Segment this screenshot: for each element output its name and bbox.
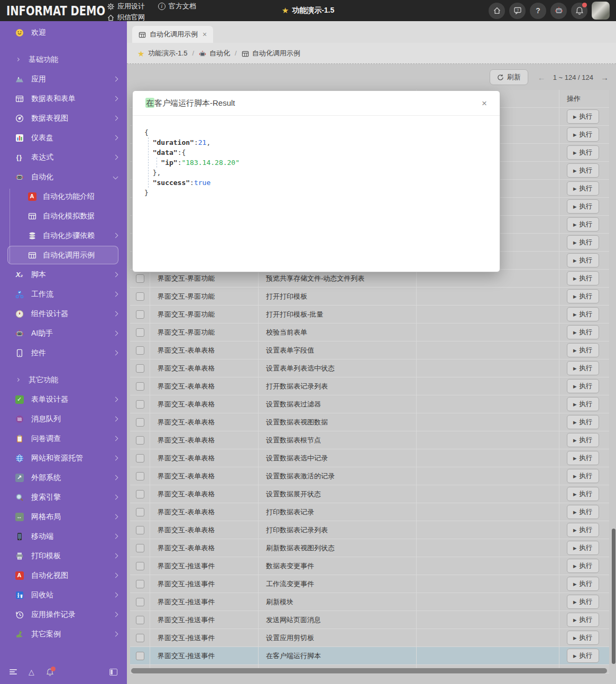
sidebar-item-16[interactable]: 控件: [0, 343, 127, 363]
tab-automation-examples[interactable]: 自动化调用示例 ×: [132, 26, 213, 43]
sidebar-item-7[interactable]: 自动化: [0, 167, 127, 187]
sidebar-item-6[interactable]: {}表达式: [0, 147, 127, 167]
chevron-right-icon: [113, 77, 118, 82]
sidebar-item-12[interactable]: X₂脚本: [0, 265, 127, 284]
tab-close-icon[interactable]: ×: [203, 30, 207, 39]
sidebar-item-0[interactable]: 欢迎: [0, 23, 127, 42]
sidebar-item-4[interactable]: 数据表视图: [0, 108, 127, 128]
json-line: "duration":21,: [144, 137, 488, 147]
sidebar-item-2[interactable]: 应用: [0, 69, 127, 89]
chevron-right-icon: [113, 116, 118, 121]
sidebar-item-10[interactable]: 自动化步骤依赖: [0, 226, 127, 245]
chevron-right-icon: [113, 135, 118, 141]
sidebar-item-14[interactable]: 组件设计器: [0, 304, 127, 323]
sidebar-item-11[interactable]: 自动化调用示例: [0, 245, 127, 265]
sidebar-item-9[interactable]: 自动化模拟数据: [0, 206, 127, 226]
chevron-right-icon: [113, 233, 118, 238]
breadcrumb: ★功能演示-1.5/自动化/自动化调用示例: [127, 43, 616, 64]
result-modal: 在客户端运行脚本-Result × { "duration":21, "data…: [132, 90, 500, 272]
bell-button[interactable]: [571, 3, 587, 19]
breadcrumb-item-2[interactable]: 自动化: [199, 49, 230, 58]
sidebar-item-label: 脚本: [31, 270, 114, 280]
chevron-right-icon: [113, 311, 118, 317]
sidebar-item-3[interactable]: 数据表和表单: [0, 89, 127, 108]
sidebar-item-label: 网格布局: [31, 512, 114, 522]
chevron-right-icon: [113, 96, 118, 101]
topbar-menu-2[interactable]: i官方文档: [158, 2, 196, 11]
breadcrumb-separator: /: [235, 49, 237, 57]
sidebar-item-28[interactable]: 回收站: [0, 585, 127, 605]
json-line: "ip":"183.14.28.20": [144, 158, 488, 168]
chevron-right-icon: [113, 292, 118, 297]
sidebar-item-15[interactable]: AI助手: [0, 323, 127, 343]
braces-icon: {}: [15, 153, 24, 162]
bell-badge-icon[interactable]: [46, 668, 54, 676]
robot-button[interactable]: [550, 3, 567, 19]
panel-toggle-icon[interactable]: [109, 669, 117, 676]
indent-guide: [157, 158, 157, 168]
history-icon: [15, 610, 24, 619]
work-area: 刷新 ← 1 ~ 124 / 124 → 操作▶执行▶执行▶执行▶执行▶执行▶执…: [127, 64, 616, 684]
sidebar-item-21[interactable]: 网站和资源托管: [0, 448, 127, 468]
external-icon: ↗: [15, 473, 24, 482]
sidebar-item-25[interactable]: 移动端: [0, 526, 127, 546]
sidebar-item-29[interactable]: 应用操作记录: [0, 605, 127, 624]
topbar-menu-3[interactable]: 织信官网: [107, 13, 145, 22]
user-avatar[interactable]: [592, 2, 610, 20]
sidebar-item-13[interactable]: 工作流: [0, 284, 127, 304]
topbar: INFORMAT DEMO 应用设计i官方文档织信官网 ★ 功能演示-1.5 ?…: [0, 0, 616, 21]
breadcrumb-item-1[interactable]: ★功能演示-1.5: [137, 49, 187, 58]
menu-lines-icon[interactable]: [10, 668, 17, 676]
sidebar-item-19[interactable]: 消息队列: [0, 409, 127, 429]
chevron-right-icon: [113, 475, 118, 480]
sidebar-item-label: 自动化: [31, 172, 114, 182]
json-line: },: [144, 168, 488, 178]
database-icon: [27, 231, 36, 240]
sidebar-item-26[interactable]: 打印模板: [0, 546, 127, 566]
modal-body: { "duration":21, "data":{ "ip":"183.14.2…: [133, 116, 500, 209]
sidebar-item-label: 自动化调用示例: [43, 251, 117, 260]
search-icon: [15, 493, 24, 502]
triangle-icon[interactable]: △: [29, 668, 34, 676]
sidebar-item-label: 搜索引擎: [31, 493, 114, 502]
sidebar-item-18[interactable]: ✓表单设计器: [0, 390, 127, 409]
sidebar-item-label: 问卷调查: [31, 434, 114, 443]
help-button[interactable]: ?: [530, 3, 546, 19]
table-icon: [139, 31, 146, 38]
close-icon[interactable]: ×: [482, 99, 487, 108]
home-icon: [107, 14, 115, 22]
sidebar-item-label: 回收站: [31, 590, 114, 600]
sidebar-item-20[interactable]: 问卷调查: [0, 429, 127, 448]
sidebar-item-22[interactable]: ↗外部系统: [0, 468, 127, 487]
sidebar-item-17[interactable]: 其它功能: [0, 370, 127, 390]
sidebar-item-label: 基础功能: [29, 55, 117, 64]
dino-icon: [15, 630, 24, 639]
chevron-right-icon: [113, 593, 118, 598]
topbar-menu-1[interactable]: 应用设计: [107, 2, 145, 11]
table-icon: [242, 50, 249, 57]
chevron-right-icon: [113, 632, 118, 637]
breadcrumb-item-3[interactable]: 自动化调用示例: [242, 49, 300, 58]
sidebar-footer: △: [0, 663, 127, 681]
home-button[interactable]: [489, 3, 505, 19]
sidebar-item-label: 数据表视图: [31, 114, 114, 123]
feedback-button[interactable]: ?: [509, 3, 526, 19]
sidebar-item-24[interactable]: ↔网格布局: [0, 507, 127, 526]
gear-icon: [107, 3, 115, 11]
sidebar-item-27[interactable]: A自动化视图: [0, 566, 127, 585]
sidebar-item-label: 移动端: [31, 532, 114, 541]
compass-icon: [15, 309, 24, 318]
chevron-right-icon: [113, 514, 118, 520]
sidebar-item-30[interactable]: 其它案例: [0, 624, 127, 644]
json-line: }: [144, 188, 488, 198]
sidebar-item-8[interactable]: A自动化功能介绍: [0, 187, 127, 206]
widget-icon: [15, 348, 24, 357]
sidebar-item-1[interactable]: 基础功能: [0, 50, 127, 69]
x2-icon: X₂: [15, 270, 24, 279]
chevron-right-icon: [113, 573, 118, 578]
chevron-right-icon: [113, 350, 118, 356]
sidebar-item-23[interactable]: 搜索引擎: [0, 487, 127, 507]
sidebar-item-5[interactable]: 仪表盘: [0, 128, 127, 147]
sidebar-item-label: 数据表和表单: [31, 94, 114, 104]
content-area: 自动化调用示例 × ★功能演示-1.5/自动化/自动化调用示例 刷新 ← 1 ~…: [127, 21, 616, 684]
